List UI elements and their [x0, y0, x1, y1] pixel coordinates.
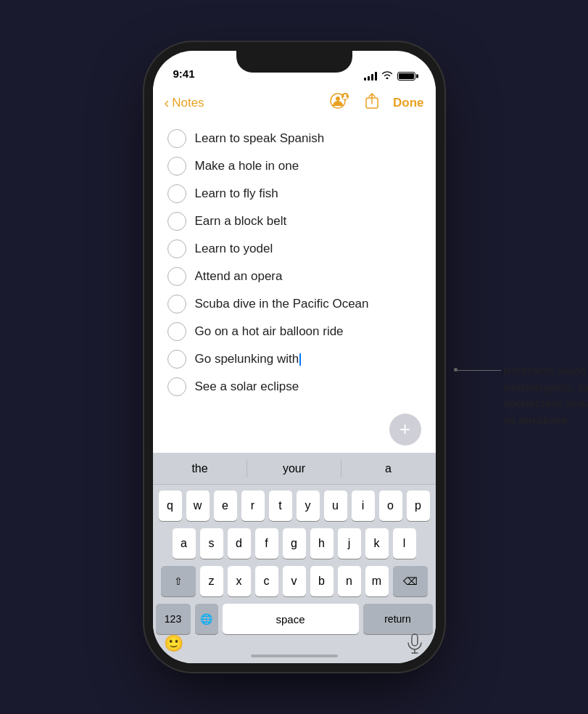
key-o[interactable]: o [379, 491, 402, 521]
predictive-bar: the your a [153, 453, 436, 485]
list-item[interactable]: Learn to yodel [153, 235, 436, 263]
checkbox[interactable] [167, 295, 186, 313]
key-e[interactable]: e [214, 491, 237, 521]
key-c[interactable]: c [255, 566, 278, 596]
key-h[interactable]: h [310, 528, 334, 559]
list-item[interactable]: Make a hole in one [153, 152, 436, 180]
share-button[interactable] [364, 92, 380, 114]
key-u[interactable]: u [324, 491, 347, 521]
key-t[interactable]: t [269, 491, 292, 521]
key-q[interactable]: q [159, 491, 182, 521]
item-text: Go on a hot air balloon ride [195, 324, 344, 340]
nav-actions: Done [329, 92, 424, 114]
item-text: Learn to yodel [195, 241, 273, 257]
checkbox[interactable] [167, 184, 186, 203]
svg-point-1 [336, 97, 340, 101]
key-m[interactable]: m [365, 566, 389, 596]
predictive-a[interactable]: a [341, 453, 436, 484]
phone-frame: 9:41 ‹ Not [153, 51, 436, 663]
key-s[interactable]: s [200, 528, 223, 559]
item-text: Learn to fly fish [195, 186, 278, 202]
list-item[interactable]: See a solar eclipse [153, 373, 436, 401]
item-text: Earn a block belt [195, 213, 287, 229]
item-text: Learn to speak Spanish [195, 131, 325, 147]
checkbox[interactable] [167, 350, 186, 369]
item-text: Scuba dive in the Pacific Ocean [195, 296, 369, 312]
list-item[interactable]: Go spelunking with [153, 345, 436, 373]
checklist: Learn to speak SpanishMake a hole in one… [153, 125, 436, 401]
list-item[interactable]: Attend an opera [153, 263, 436, 290]
key-a[interactable]: a [173, 528, 196, 559]
back-chevron-icon: ‹ [165, 94, 170, 111]
key-row-2: a s d f g h j k l [156, 528, 433, 559]
item-text: Make a hole in one [195, 158, 299, 174]
item-text: Go spelunking with [195, 351, 302, 367]
mic-key[interactable] [399, 628, 430, 659]
key-k[interactable]: k [365, 528, 389, 559]
key-r[interactable]: r [241, 491, 265, 521]
key-b[interactable]: b [310, 566, 334, 596]
list-item[interactable]: Learn to fly fish [153, 180, 436, 208]
key-z[interactable]: z [200, 566, 223, 596]
key-n[interactable]: n [338, 566, 361, 596]
wifi-icon [381, 70, 393, 81]
key-f[interactable]: f [255, 528, 278, 559]
list-item[interactable]: Scuba dive in the Pacific Ocean [153, 290, 436, 318]
item-text: Attend an opera [195, 268, 283, 284]
done-button[interactable]: Done [393, 96, 424, 110]
back-label: Notes [172, 96, 204, 110]
nav-bar: ‹ Notes [153, 87, 436, 119]
checkbox[interactable] [167, 239, 186, 258]
status-icons [364, 70, 415, 81]
key-i[interactable]: i [352, 491, 375, 521]
predictive-your[interactable]: your [247, 453, 341, 484]
key-row-3: ⇧ z x c v b n m ⌫ [156, 566, 433, 596]
notch [236, 51, 352, 73]
key-x[interactable]: x [228, 566, 251, 596]
plus-icon: + [399, 419, 410, 438]
checkbox[interactable] [167, 212, 186, 231]
annotation-text: Изтеглете около клавиатурата, за да прем… [504, 363, 589, 428]
signal-icon [364, 72, 377, 81]
annotation-container: Изтеглете около клавиатурата, за да прем… [454, 363, 589, 428]
status-time: 9:41 [173, 67, 195, 81]
key-row-1: q w e r t y u i o p [156, 491, 433, 521]
svg-rect-5 [412, 634, 418, 646]
battery-icon [397, 72, 415, 81]
checkbox[interactable] [167, 377, 186, 396]
key-delete[interactable]: ⌫ [393, 566, 428, 596]
key-j[interactable]: j [338, 528, 361, 559]
key-v[interactable]: v [283, 566, 306, 596]
home-indicator [251, 654, 338, 657]
keyboard-rows: q w e r t y u i o p a s d f g [153, 485, 436, 634]
checkbox[interactable] [167, 157, 186, 176]
item-text: See a solar eclipse [195, 379, 299, 395]
key-l[interactable]: l [393, 528, 416, 559]
keyboard[interactable]: the your a q w e r t y u [153, 453, 436, 663]
key-g[interactable]: g [283, 528, 306, 559]
list-item[interactable]: Earn a block belt [153, 208, 436, 235]
annotation-line [457, 370, 501, 371]
key-p[interactable]: p [407, 491, 430, 521]
back-button[interactable]: ‹ Notes [165, 95, 204, 111]
list-item[interactable]: Learn to speak Spanish [153, 125, 436, 152]
predictive-the[interactable]: the [153, 453, 247, 484]
list-item[interactable]: Go on a hot air balloon ride [153, 318, 436, 345]
svg-point-3 [344, 94, 347, 97]
key-shift[interactable]: ⇧ [161, 566, 196, 596]
checkbox[interactable] [167, 322, 186, 341]
key-w[interactable]: w [186, 491, 210, 521]
key-y[interactable]: y [297, 491, 320, 521]
checkbox[interactable] [167, 267, 186, 286]
add-item-button[interactable]: + [389, 414, 421, 446]
checkbox[interactable] [167, 129, 186, 148]
collaborate-button[interactable] [329, 92, 351, 114]
emoji-key[interactable]: 🙂 [159, 628, 189, 659]
content-area: Learn to speak SpanishMake a hole in one… [153, 119, 436, 453]
key-d[interactable]: d [228, 528, 251, 559]
